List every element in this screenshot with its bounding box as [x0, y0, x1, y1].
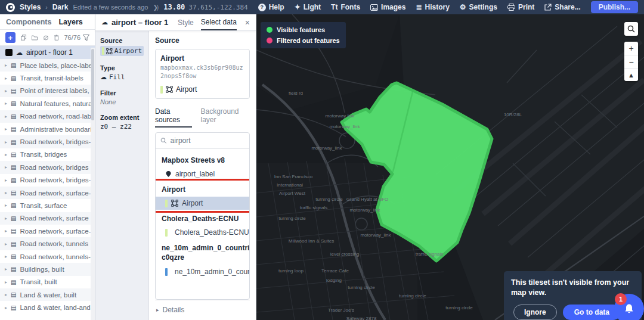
add-layer-button[interactable]: +	[5, 32, 16, 43]
source-item-airport-label[interactable]: airport_label	[156, 167, 249, 181]
sidebar-scrollbar[interactable]	[91, 48, 95, 320]
layer-group-icon: ▤	[11, 279, 16, 285]
expand-caret-icon[interactable]: ▸	[5, 164, 7, 170]
bell-icon	[624, 303, 634, 315]
light-menu-button[interactable]: ✦ Light	[295, 3, 321, 11]
map-search-button[interactable]	[624, 22, 638, 36]
layer-group-icon: ▤	[11, 164, 16, 170]
filter-icon[interactable]	[83, 35, 89, 41]
tab-components[interactable]: Components	[6, 18, 51, 26]
mapbox-logo-icon[interactable]	[6, 3, 15, 12]
source-search-input[interactable]	[171, 136, 244, 145]
nav-filter-value[interactable]: None	[100, 98, 144, 105]
layer-list-item[interactable]: ▸ ▤ Transit, surface	[0, 199, 95, 212]
layer-item-label: Natural features, natural...	[20, 100, 95, 107]
expand-caret-icon[interactable]: ▸	[5, 241, 7, 247]
expand-caret-icon[interactable]: ▸	[5, 292, 7, 297]
history-button[interactable]: ≣ History	[416, 3, 449, 11]
tab-select-data[interactable]: Select data	[201, 14, 237, 30]
share-button[interactable]: Share...	[544, 3, 580, 11]
fonts-button[interactable]: Tt Fonts	[331, 3, 360, 11]
layer-list-item[interactable]: ▸ ▤ Road network, surface	[0, 212, 95, 225]
images-button[interactable]: Images	[370, 3, 405, 11]
nav-type-row[interactable]: ☁ Fill	[100, 73, 144, 81]
layer-list-item[interactable]: ▸ ▤ Road network, bridges-2	[0, 135, 95, 148]
zoom-out-button[interactable]: −	[624, 55, 638, 68]
layer-list-item[interactable]: ▸ ▤ Natural features, natural...	[0, 97, 95, 110]
layer-list-item[interactable]: ▸ ▤ Point of interest labels, p...	[0, 85, 95, 97]
expand-caret-icon[interactable]: ▸	[5, 76, 7, 81]
expand-caret-icon[interactable]: ▸	[5, 63, 7, 68]
notification-badge[interactable]: 1	[615, 293, 627, 305]
layer-list-item[interactable]: ▸ ▤ Land & water, land-and-...	[0, 301, 95, 313]
layer-item-label: Road network, surface-c...	[20, 228, 95, 235]
nav-zoom-value[interactable]: z0 — z22	[100, 123, 144, 131]
breadcrumb-styles[interactable]: Styles	[20, 3, 41, 11]
layer-list-item[interactable]: ▸ ▤ Transit, transit-labels	[0, 72, 95, 84]
source-item-airport[interactable]: Airport	[156, 197, 249, 210]
polygon-source-icon	[166, 86, 173, 93]
delete-icon[interactable]	[54, 34, 59, 41]
source-group-airport: Airport Airport	[156, 181, 249, 210]
map-canvas[interactable]: field rdmotorway linkmotorway_linkmotorw…	[256, 14, 644, 320]
style-name[interactable]: Dark	[52, 3, 69, 11]
help-button[interactable]: ? Help	[258, 3, 284, 11]
details-toggle[interactable]: ▸ Details	[155, 300, 250, 316]
layer-list-item[interactable]: ▸ ▤ Road network, surface-c...	[0, 225, 95, 237]
tab-data-sources[interactable]: Data sources	[155, 107, 192, 128]
duplicate-icon[interactable]	[21, 34, 26, 41]
layer-list-item[interactable]: ▸ ▤ Road network, surface-ic...	[0, 187, 95, 199]
ignore-button[interactable]: Ignore	[513, 305, 557, 320]
layer-list-item[interactable]: ▸ ▤ Land & water, built	[0, 288, 95, 301]
visibility-icon[interactable]	[43, 35, 49, 41]
print-button[interactable]: Print	[507, 3, 534, 11]
expand-caret-icon[interactable]: ▸	[5, 152, 7, 157]
layer-list-item[interactable]: ▸ ▤ Administrative boundari...	[0, 123, 95, 135]
expand-caret-icon[interactable]: ▸	[5, 266, 7, 272]
collapse-toggle-icon[interactable]: ❯)	[153, 4, 157, 11]
layer-list-item[interactable]: ▸ ▤ Road network, tunnels-c...	[0, 250, 95, 263]
folder-icon[interactable]	[32, 35, 38, 41]
source-card[interactable]: Airport mapboxmax.ck3sb6pr908uz2nops5f8o…	[155, 49, 250, 99]
expand-caret-icon[interactable]: ▸	[5, 88, 7, 94]
layer-item-label: Road network, surface	[20, 215, 88, 222]
expand-caret-icon[interactable]: ▸	[5, 279, 7, 285]
selected-layer-row[interactable]: ☁ airport - floor 1	[0, 46, 95, 59]
expand-caret-icon[interactable]: ▸	[5, 305, 7, 310]
tab-style[interactable]: Style	[178, 14, 194, 30]
layer-item-label: Transit, built	[20, 278, 57, 285]
source-item-cholera[interactable]: Cholera_Deaths-ECNU	[156, 226, 249, 239]
layer-list-item[interactable]: ▸ ▤ Road network, bridges	[0, 161, 95, 173]
compass-button[interactable]: ▲	[624, 68, 638, 81]
go-to-data-button[interactable]: Go to data	[563, 305, 621, 320]
expand-caret-icon[interactable]: ▸	[5, 139, 7, 145]
layer-list-item[interactable]: ▸ ▤ Buildings, built	[0, 263, 95, 275]
search-icon	[160, 137, 167, 144]
nav-zoom-label: Zoom extent	[100, 114, 144, 121]
layer-list-item[interactable]: ▸ ▤ Road network, bridges-c...	[0, 174, 95, 187]
layer-list-item[interactable]: ▸ ▤ Place labels, place-labels	[0, 59, 95, 72]
settings-button[interactable]: ⚙ Settings	[460, 3, 497, 11]
expand-caret-icon[interactable]: ▸	[5, 126, 7, 132]
expand-caret-icon[interactable]: ▸	[5, 254, 7, 259]
publish-button[interactable]: Publish...	[591, 1, 638, 13]
light-icon: ✦	[295, 3, 301, 11]
layer-list-item[interactable]: ▸ ▤ Transit, bridges	[0, 148, 95, 161]
expand-caret-icon[interactable]: ▸	[5, 190, 7, 195]
nav-source-row[interactable]: Airport	[100, 46, 144, 56]
expand-caret-icon[interactable]: ▸	[5, 228, 7, 234]
zoom-in-button[interactable]: +	[624, 42, 638, 55]
editor-nav: Source Airport Type	[95, 31, 149, 320]
layer-list-item[interactable]: ▸ ▤ Transit, built	[0, 276, 95, 288]
tab-background-layer[interactable]: Background layer	[200, 107, 250, 128]
expand-caret-icon[interactable]: ▸	[5, 178, 7, 183]
layer-list-item[interactable]: ▸ ▤ Road network, road-labels	[0, 110, 95, 123]
layer-list-item[interactable]: ▸ ▤ Road network, tunnels	[0, 237, 95, 250]
expand-caret-icon[interactable]: ▸	[5, 101, 7, 106]
tab-layers[interactable]: Layers	[58, 18, 82, 26]
expand-caret-icon[interactable]: ▸	[5, 216, 7, 221]
expand-caret-icon[interactable]: ▸	[5, 203, 7, 208]
close-icon[interactable]: ×	[245, 18, 250, 27]
source-item-ne10m[interactable]: ne_10m_admin_0_countrie...	[156, 265, 249, 278]
expand-caret-icon[interactable]: ▸	[5, 114, 7, 119]
